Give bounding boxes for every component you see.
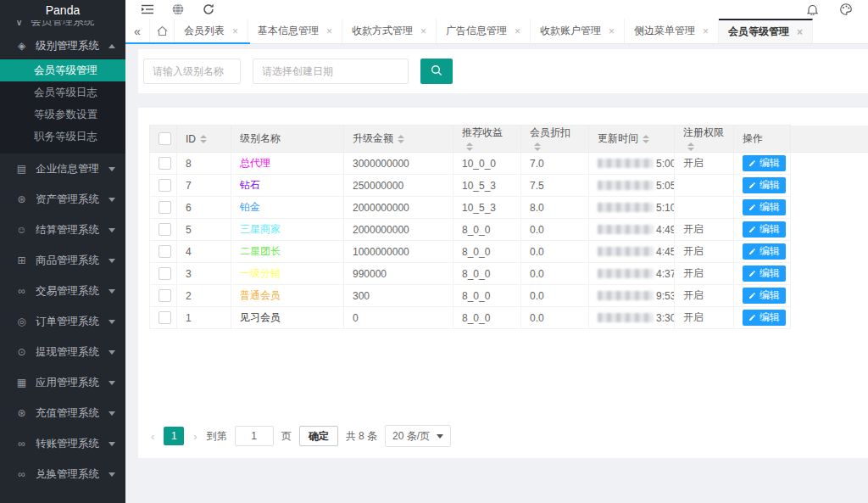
edit-button[interactable]: 编辑 bbox=[743, 221, 786, 238]
row-checkbox[interactable] bbox=[159, 289, 171, 302]
referral-income-cell: 8_0_0 bbox=[453, 285, 521, 307]
sidebar-group-level-management[interactable]: ◈ 级别管理系统 bbox=[0, 33, 125, 59]
sidebar-group-资产管理系统[interactable]: ⊛资产管理系统 bbox=[0, 184, 125, 215]
tab-侧边菜单管理[interactable]: 侧边菜单管理× bbox=[625, 19, 719, 43]
goto-confirm-button[interactable]: 确定 bbox=[299, 426, 338, 446]
sort-desc-icon bbox=[643, 140, 649, 143]
register-permission-cell: 开启 bbox=[675, 153, 734, 175]
tab-收款账户管理[interactable]: 收款账户管理× bbox=[531, 19, 625, 43]
sidebar-group-结算管理系统[interactable]: ☺结算管理系统 bbox=[0, 215, 125, 245]
table-row: 8总代理300000000010_0_07.05:00开启编辑 bbox=[150, 153, 868, 175]
header-操作: 操作 bbox=[734, 126, 791, 153]
globe-icon[interactable] bbox=[171, 3, 185, 16]
row-checkbox[interactable] bbox=[159, 157, 171, 170]
collapse-sidebar-icon[interactable] bbox=[141, 3, 154, 16]
sort-desc-icon bbox=[687, 148, 694, 151]
redacted-time-blur bbox=[598, 203, 654, 212]
sort-icon[interactable] bbox=[534, 143, 541, 151]
row-checkbox[interactable] bbox=[159, 311, 171, 324]
edit-button[interactable]: 编辑 bbox=[743, 199, 786, 215]
tab-label: 广告信息管理 bbox=[446, 24, 507, 38]
sidebar-group-提现管理系统[interactable]: ⊙提现管理系统 bbox=[0, 337, 125, 367]
next-page-icon[interactable]: › bbox=[192, 430, 198, 443]
notification-bell-icon[interactable] bbox=[805, 3, 819, 16]
row-checkbox[interactable] bbox=[159, 267, 171, 280]
close-icon[interactable]: × bbox=[420, 25, 426, 37]
tab-收款方式管理[interactable]: 收款方式管理× bbox=[342, 19, 437, 43]
header-checkbox-cell bbox=[150, 126, 177, 153]
close-icon[interactable]: × bbox=[326, 25, 332, 37]
sidebar-group-转账管理系统[interactable]: ∞转账管理系统 bbox=[0, 428, 125, 459]
edit-button[interactable]: 编辑 bbox=[743, 243, 786, 260]
sidebar-partially-visible-item[interactable]: ∨ 会员管理系统 bbox=[0, 20, 125, 33]
sort-icon[interactable] bbox=[643, 135, 649, 143]
tab-list: 会员列表×基本信息管理×收款方式管理×广告信息管理×收款账户管理×侧边菜单管理×… bbox=[175, 19, 813, 43]
tab-会员列表[interactable]: 会员列表× bbox=[175, 19, 248, 43]
sidebar-group-兑换管理系统[interactable]: ∞兑换管理系统 bbox=[0, 459, 125, 489]
member-discount-cell: 0.0 bbox=[521, 219, 589, 241]
current-page-button[interactable]: 1 bbox=[164, 427, 184, 445]
level-name-input[interactable] bbox=[143, 59, 241, 84]
sidebar-item-等级参数设置[interactable]: 等级参数设置 bbox=[0, 103, 125, 126]
prev-page-icon[interactable]: ‹ bbox=[149, 430, 156, 443]
register-permission-cell: 开启 bbox=[675, 263, 734, 285]
edit-button[interactable]: 编辑 bbox=[743, 265, 786, 282]
row-checkbox[interactable] bbox=[159, 201, 171, 214]
sort-icon[interactable] bbox=[466, 143, 473, 151]
action-cell: 编辑 bbox=[734, 307, 791, 329]
home-tab-icon[interactable] bbox=[150, 19, 175, 43]
page-size-select[interactable]: 20 条/页 bbox=[385, 425, 451, 447]
edit-button[interactable]: 编辑 bbox=[743, 177, 786, 193]
sidebar-item-会员等级日志[interactable]: 会员等级日志 bbox=[0, 81, 125, 103]
assets-icon: ⊛ bbox=[15, 193, 28, 205]
level-name-cell: 三星商家 bbox=[231, 219, 344, 241]
tab-广告信息管理[interactable]: 广告信息管理× bbox=[437, 19, 531, 43]
member-level-table-wrap: ID级别名称升级金额推荐收益会员折扣更新时间注册权限操作 8总代理3000000… bbox=[149, 125, 868, 329]
sidebar-item-会员等级管理[interactable]: 会员等级管理 bbox=[0, 59, 125, 81]
close-icon[interactable]: × bbox=[609, 25, 615, 37]
sort-icon[interactable] bbox=[398, 135, 404, 143]
search-button[interactable] bbox=[420, 59, 453, 84]
sidebar-item-职务等级日志[interactable]: 职务等级日志 bbox=[0, 126, 125, 148]
redacted-time-blur bbox=[598, 291, 654, 300]
tabs-scroll-left-icon[interactable]: « bbox=[125, 19, 150, 43]
close-icon[interactable]: × bbox=[232, 25, 238, 37]
sidebar-group-商品管理系统[interactable]: ⊞商品管理系统 bbox=[0, 245, 125, 276]
close-icon[interactable]: × bbox=[797, 26, 803, 38]
sidebar-group-企业信息管理[interactable]: ▤企业信息管理 bbox=[0, 154, 125, 184]
row-checkbox[interactable] bbox=[159, 245, 171, 258]
row-checkbox-cell bbox=[150, 285, 177, 307]
tab-会员等级管理[interactable]: 会员等级管理× bbox=[719, 19, 813, 43]
sort-icon[interactable] bbox=[687, 143, 694, 151]
edit-button[interactable]: 编辑 bbox=[743, 310, 786, 326]
sidebar-group-应用管理系统[interactable]: ▦应用管理系统 bbox=[0, 367, 125, 398]
column-label: 注册权限 bbox=[683, 126, 724, 138]
update-time-cell: 4:37 bbox=[589, 263, 675, 285]
tab-基本信息管理[interactable]: 基本信息管理× bbox=[248, 19, 342, 43]
row-checkbox[interactable] bbox=[159, 179, 171, 192]
theme-palette-icon[interactable] bbox=[839, 3, 853, 16]
refresh-icon[interactable] bbox=[202, 3, 215, 16]
member-level-table: ID级别名称升级金额推荐收益会员折扣更新时间注册权限操作 8总代理3000000… bbox=[149, 125, 868, 329]
sidebar-group-交易管理系统[interactable]: ∞交易管理系统 bbox=[0, 276, 125, 306]
row-checkbox-cell bbox=[150, 307, 177, 329]
select-all-checkbox[interactable] bbox=[159, 132, 171, 145]
close-icon[interactable]: × bbox=[703, 25, 709, 37]
goto-page-input[interactable] bbox=[235, 426, 274, 446]
sidebar-group-充值管理系统[interactable]: ⊛充值管理系统 bbox=[0, 398, 125, 428]
row-filler bbox=[791, 263, 868, 285]
row-checkbox[interactable] bbox=[159, 223, 171, 236]
edit-button[interactable]: 编辑 bbox=[743, 155, 786, 171]
edit-button[interactable]: 编辑 bbox=[743, 288, 786, 304]
table-header-row: ID级别名称升级金额推荐收益会员折扣更新时间注册权限操作 bbox=[150, 126, 868, 153]
referral-income-cell: 8_0_0 bbox=[453, 219, 521, 241]
sidebar-group-订单管理系统[interactable]: ◎订单管理系统 bbox=[0, 306, 125, 337]
time-suffix: 4:45 bbox=[656, 246, 675, 258]
tab-label: 收款方式管理 bbox=[352, 24, 413, 38]
register-permission-cell: 开启 bbox=[675, 285, 734, 307]
sort-desc-icon bbox=[466, 148, 473, 151]
sort-icon[interactable] bbox=[200, 135, 207, 143]
close-icon[interactable]: × bbox=[515, 25, 520, 37]
create-date-input[interactable] bbox=[253, 59, 409, 84]
level-name-cell: 见习会员 bbox=[231, 307, 344, 329]
